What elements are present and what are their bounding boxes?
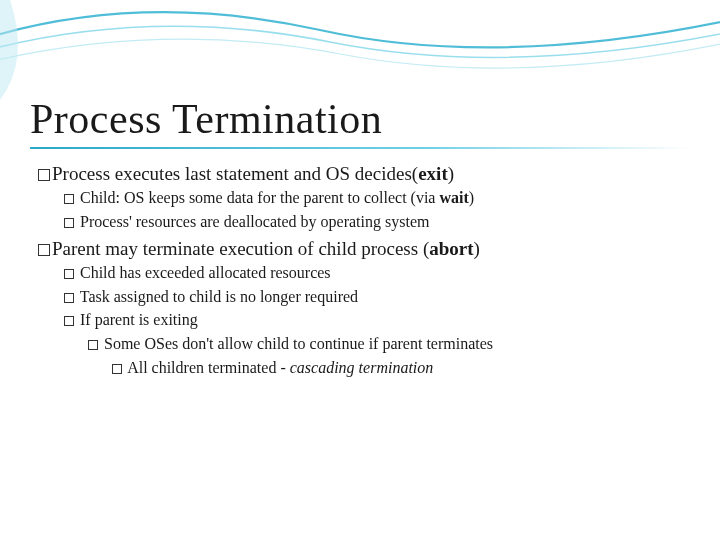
square-bullet-icon	[88, 340, 98, 350]
bullet-bold: exit	[418, 163, 448, 184]
bullet-italic: cascading termination	[290, 359, 434, 376]
bullet-text: Some OSes don't allow child to continue …	[104, 335, 493, 352]
bullet-text: Child has exceeded allocated resources	[80, 264, 331, 281]
slide-title: Process Termination	[30, 95, 690, 143]
bullet-text: Process' resources are deallocated by op…	[80, 213, 429, 230]
bullet-level4: All children terminated - cascading term…	[112, 357, 690, 379]
square-bullet-icon	[64, 194, 74, 204]
bullet-level2: Child has exceeded allocated resources	[64, 262, 690, 284]
bullet-level2: If parent is exiting	[64, 309, 690, 331]
bullet-bold: abort	[429, 238, 473, 259]
bullet-text: )	[474, 238, 480, 259]
square-bullet-icon	[64, 218, 74, 228]
bullet-text: Process executes last statement and OS d…	[52, 163, 418, 184]
bullet-text: If parent is exiting	[80, 311, 198, 328]
bullet-level2: Child: OS keeps some data for the parent…	[64, 187, 690, 209]
square-bullet-icon	[112, 364, 122, 374]
bullet-level1: Process executes last statement and OS d…	[38, 163, 690, 185]
square-bullet-icon	[38, 244, 50, 256]
bullet-level2: Task assigned to child is no longer requ…	[64, 286, 690, 308]
bullet-text: )	[469, 189, 474, 206]
slide-top-decoration	[0, 0, 720, 100]
bullet-text: Child: OS keeps some data for the parent…	[80, 189, 439, 206]
bullet-text: Task assigned to child is no longer requ…	[80, 288, 358, 305]
bullet-text: Parent may terminate execution of child …	[52, 238, 429, 259]
bullet-bold: wait	[439, 189, 468, 206]
bullet-level3: Some OSes don't allow child to continue …	[88, 333, 690, 355]
bullet-level2: Process' resources are deallocated by op…	[64, 211, 690, 233]
title-underline	[30, 147, 690, 149]
slide-content: Process Termination Process executes las…	[30, 95, 690, 378]
square-bullet-icon	[64, 269, 74, 279]
square-bullet-icon	[38, 169, 50, 181]
square-bullet-icon	[64, 316, 74, 326]
bullet-text: All children terminated -	[127, 359, 290, 376]
bullet-level1: Parent may terminate execution of child …	[38, 238, 690, 260]
square-bullet-icon	[64, 293, 74, 303]
bullet-text: )	[448, 163, 454, 184]
